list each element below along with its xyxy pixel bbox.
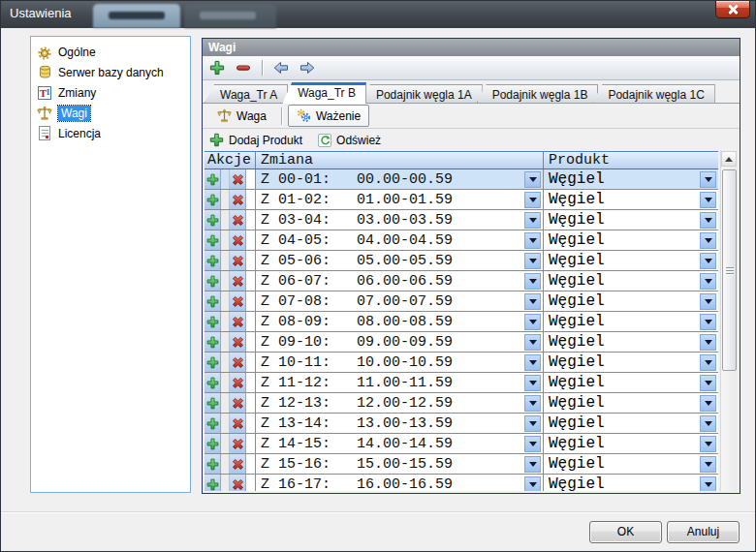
table-row[interactable]: Z 13-14: 13.00-13.59Węgiel: [205, 414, 718, 434]
dropdown-button[interactable]: [524, 334, 541, 351]
move-left-button[interactable]: [271, 58, 291, 77]
row-add-button[interactable]: [205, 230, 221, 250]
dropdown-button[interactable]: [700, 395, 716, 412]
table-row[interactable]: Z 03-04: 03.00-03.59Węgiel: [205, 210, 718, 230]
dropdown-button[interactable]: [700, 415, 716, 432]
table-row[interactable]: Z 12-13: 12.00-12.59Węgiel: [205, 393, 718, 414]
dropdown-button[interactable]: [524, 314, 541, 330]
table-row[interactable]: Z 00-01: 00.00-00.59Węgiel: [205, 169, 718, 190]
tab-wazenie[interactable]: Ważenie: [288, 105, 369, 127]
row-delete-button[interactable]: [230, 190, 246, 209]
sidebar-item-ogolne[interactable]: Ogólne: [31, 42, 190, 62]
table-row[interactable]: Z 06-07: 06.00-06.59Węgiel: [205, 271, 718, 291]
dropdown-button[interactable]: [524, 293, 541, 310]
dropdown-button[interactable]: [524, 456, 541, 473]
dropdown-button[interactable]: [700, 253, 716, 269]
row-delete-button[interactable]: [230, 251, 246, 270]
row-add-button[interactable]: [205, 475, 221, 491]
sidebar-item-wagi[interactable]: Wagi: [31, 103, 190, 123]
row-add-button[interactable]: [205, 271, 221, 291]
row-delete-button[interactable]: [230, 414, 246, 433]
dropdown-button[interactable]: [700, 354, 716, 371]
row-delete-button[interactable]: [230, 230, 246, 250]
add-product-button[interactable]: Dodaj Produkt: [209, 133, 302, 147]
row-delete-button[interactable]: [230, 393, 246, 413]
refresh-button[interactable]: Odśwież: [318, 134, 381, 147]
row-delete-button[interactable]: [230, 291, 246, 311]
dropdown-button[interactable]: [524, 375, 541, 391]
row-delete-button[interactable]: [230, 475, 246, 491]
row-add-button[interactable]: [205, 332, 221, 352]
table-row[interactable]: Z 16-17: 16.00-16.59Węgiel: [205, 475, 718, 491]
table-row[interactable]: Z 11-12: 11.00-11.59Węgiel: [205, 373, 718, 393]
dropdown-button[interactable]: [700, 293, 716, 310]
dropdown-button[interactable]: [524, 171, 541, 188]
row-add-button[interactable]: [205, 393, 221, 413]
dropdown-button[interactable]: [524, 476, 541, 492]
row-add-button[interactable]: [205, 169, 221, 189]
sidebar-item-zmiany[interactable]: TI Zmiany: [31, 82, 190, 103]
row-delete-button[interactable]: [230, 169, 246, 189]
scroll-up-button[interactable]: [721, 151, 737, 167]
cancel-button[interactable]: Anuluj: [667, 521, 740, 543]
dropdown-button[interactable]: [700, 436, 716, 452]
table-row[interactable]: Z 05-06: 05.00-05.59Węgiel: [205, 251, 718, 271]
tab-podajnik-wegla-1b[interactable]: Podajnik węgla 1B: [477, 84, 599, 103]
table-row[interactable]: Z 09-10: 09.00-09.59Węgiel: [205, 332, 718, 353]
dropdown-button[interactable]: [524, 212, 541, 229]
tab-waga-tr-a[interactable]: Waga_Tr A: [205, 84, 288, 103]
add-button[interactable]: [207, 58, 227, 77]
table-row[interactable]: Z 15-16: 15.00-15.59Węgiel: [205, 454, 718, 475]
dropdown-button[interactable]: [524, 354, 541, 371]
row-add-button[interactable]: [205, 454, 221, 474]
dropdown-button[interactable]: [700, 334, 716, 351]
dropdown-button[interactable]: [700, 192, 716, 208]
vertical-scrollbar[interactable]: [720, 151, 737, 491]
table-row[interactable]: Z 04-05: 04.00-04.59Węgiel: [205, 230, 718, 251]
row-add-button[interactable]: [205, 353, 221, 372]
sidebar-item-licencja[interactable]: Licencja: [31, 123, 190, 143]
sidebar-item-serwer-bazy-danych[interactable]: Serwer bazy danych: [31, 62, 190, 82]
dropdown-button[interactable]: [700, 171, 716, 188]
table-row[interactable]: Z 01-02: 01.00-01.59Węgiel: [205, 190, 718, 210]
row-add-button[interactable]: [205, 291, 221, 311]
row-delete-button[interactable]: [230, 454, 246, 474]
tab-podajnik-wegla-1c[interactable]: Podajnik węgla 1C: [592, 84, 714, 103]
row-delete-button[interactable]: [230, 434, 246, 453]
row-add-button[interactable]: [205, 414, 221, 433]
row-delete-button[interactable]: [230, 373, 246, 392]
ok-button[interactable]: OK: [589, 521, 662, 543]
table-row[interactable]: Z 14-15: 14.00-14.59Węgiel: [205, 434, 718, 454]
row-add-button[interactable]: [205, 190, 221, 209]
table-row[interactable]: Z 07-08: 07.00-07.59Węgiel: [205, 291, 718, 312]
dropdown-button[interactable]: [524, 192, 541, 208]
row-delete-button[interactable]: [230, 271, 246, 291]
row-delete-button[interactable]: [230, 332, 246, 352]
tab-waga-tr-b[interactable]: Waga_Tr B: [282, 82, 366, 104]
close-button[interactable]: [715, 1, 750, 18]
row-add-button[interactable]: [205, 251, 221, 270]
row-add-button[interactable]: [205, 434, 221, 453]
dropdown-button[interactable]: [524, 253, 541, 269]
row-delete-button[interactable]: [230, 353, 246, 372]
row-delete-button[interactable]: [230, 210, 246, 230]
table-row[interactable]: Z 10-11: 10.00-10.59Węgiel: [205, 353, 718, 373]
dropdown-button[interactable]: [524, 232, 541, 249]
row-add-button[interactable]: [205, 312, 221, 331]
move-right-button[interactable]: [298, 58, 317, 77]
dropdown-button[interactable]: [700, 212, 716, 229]
row-add-button[interactable]: [205, 373, 221, 392]
dropdown-button[interactable]: [524, 395, 541, 412]
table-row[interactable]: Z 08-09: 08.00-08.59Węgiel: [205, 312, 718, 332]
dropdown-button[interactable]: [524, 273, 541, 290]
row-add-button[interactable]: [205, 210, 221, 230]
dropdown-button[interactable]: [524, 436, 541, 452]
dropdown-button[interactable]: [700, 232, 716, 249]
row-delete-button[interactable]: [230, 312, 246, 331]
dropdown-button[interactable]: [524, 415, 541, 432]
dropdown-button[interactable]: [700, 314, 716, 330]
dropdown-button[interactable]: [700, 273, 716, 290]
scrollbar-thumb[interactable]: [722, 169, 737, 371]
dropdown-button[interactable]: [700, 476, 716, 492]
tab-waga[interactable]: Waga: [208, 105, 275, 127]
